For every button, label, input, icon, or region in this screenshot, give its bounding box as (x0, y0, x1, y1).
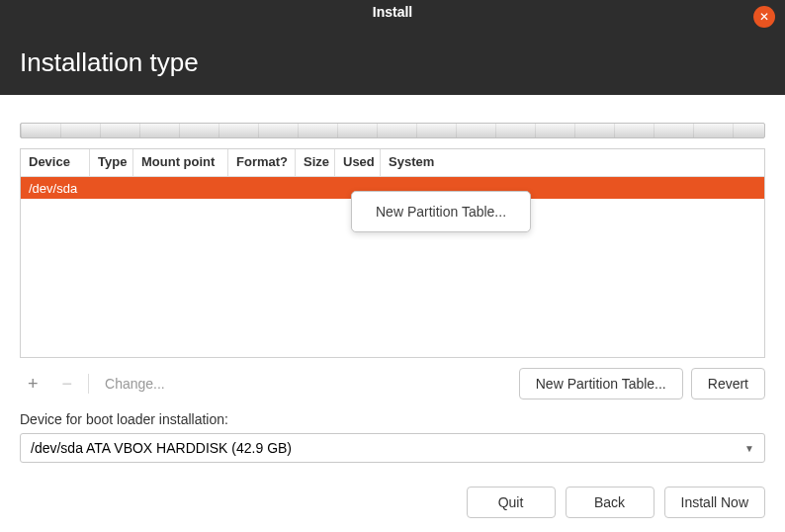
partition-table: Device Type Mount point Format? Size Use… (20, 148, 765, 358)
close-button[interactable]: ✕ (753, 6, 775, 28)
add-button[interactable]: + (20, 370, 46, 399)
col-used[interactable]: Used (335, 149, 381, 176)
back-button[interactable]: Back (566, 487, 654, 518)
plus-icon: + (28, 374, 39, 394)
col-format[interactable]: Format? (228, 149, 296, 176)
content: Device Type Mount point Format? Size Use… (0, 123, 785, 463)
page-heading: Installation type (0, 20, 785, 78)
chevron-down-icon: ▼ (744, 443, 754, 454)
disk-usage-bar (20, 123, 765, 138)
col-device[interactable]: Device (21, 149, 90, 176)
col-mount[interactable]: Mount point (133, 149, 228, 176)
titlebar: Install ✕ Installation type (0, 0, 785, 95)
row-device-value: /dev/sda (29, 181, 77, 196)
toolbar: + − Change... New Partition Table... Rev… (20, 368, 765, 399)
bootloader-dropdown[interactable]: /dev/sda ATA VBOX HARDDISK (42.9 GB) ▼ (20, 433, 765, 463)
minus-icon: − (62, 374, 73, 394)
install-now-button[interactable]: Install Now (664, 487, 765, 518)
close-icon: ✕ (759, 10, 769, 24)
window-title: Install (0, 0, 785, 20)
change-button[interactable]: Change... (97, 376, 173, 392)
separator (88, 374, 89, 394)
footer: Quit Back Install Now (0, 487, 785, 518)
context-menu: New Partition Table... (351, 191, 531, 232)
remove-button[interactable]: − (54, 370, 81, 399)
new-partition-table-button[interactable]: New Partition Table... (519, 368, 683, 399)
col-system[interactable]: System (381, 149, 764, 176)
menu-new-partition-table[interactable]: New Partition Table... (352, 196, 530, 227)
col-size[interactable]: Size (296, 149, 335, 176)
table-header: Device Type Mount point Format? Size Use… (21, 149, 764, 177)
quit-button[interactable]: Quit (467, 487, 556, 518)
revert-button[interactable]: Revert (691, 368, 765, 399)
bootloader-label: Device for boot loader installation: (20, 411, 765, 427)
col-type[interactable]: Type (90, 149, 133, 176)
bootloader-value: /dev/sda ATA VBOX HARDDISK (42.9 GB) (31, 440, 744, 456)
